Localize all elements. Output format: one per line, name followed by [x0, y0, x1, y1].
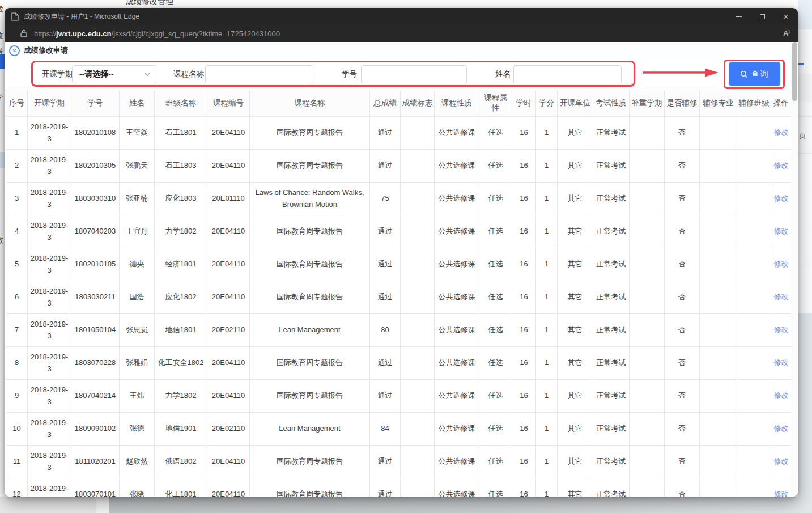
cell-course-nature: 公共选修课: [435, 380, 479, 413]
student-id-input[interactable]: [361, 65, 467, 83]
cell-student-id: 1803030211: [71, 281, 120, 314]
modify-link[interactable]: 修改: [774, 292, 789, 301]
cell-term: 2018-2019-3: [28, 347, 71, 380]
modify-link[interactable]: 修改: [774, 391, 789, 400]
name-input[interactable]: [513, 65, 622, 83]
table-row: 62018-2019-31803030211国浩应化180220E04110国际…: [6, 281, 792, 314]
cell-minor-class: [737, 150, 771, 183]
minimize-button[interactable]: [726, 8, 750, 25]
cell-score-flag: [401, 215, 435, 248]
modify-link[interactable]: 修改: [774, 424, 789, 433]
cell-score: 通过: [370, 248, 401, 281]
cell-course-id: 20E04110: [207, 215, 250, 248]
cell-minor-class: [737, 478, 771, 497]
scrollbar-track[interactable]: [791, 42, 797, 497]
cell-minor-class: [737, 183, 771, 215]
cell-class-name: 俄语1802: [155, 446, 207, 478]
cell-course-nature: 公共选修课: [435, 314, 479, 347]
cell-minor: 否: [665, 183, 700, 215]
cell-name: 张亚楠: [120, 183, 155, 215]
cell-unit: 其它: [558, 150, 593, 183]
column-header-score: 总成绩: [370, 90, 401, 117]
cell-exam-type: 正常考试: [593, 314, 630, 347]
cell-exam-type: 正常考试: [593, 478, 630, 497]
background-link-fragment: [798, 63, 804, 65]
cell-score: 通过: [370, 478, 401, 497]
cell-name: 国浩: [120, 281, 155, 314]
cell-student-id: 1803030310: [71, 183, 120, 215]
maximize-button[interactable]: [750, 8, 774, 25]
column-header-score-flag: 成绩标志: [401, 90, 435, 117]
column-header-minor-class: 辅修班级: [737, 90, 771, 117]
cell-student-id: 1807040214: [71, 380, 120, 413]
cell-minor-major: [700, 248, 737, 281]
results-table: 序号开课学期学号姓名班级名称课程编号课程名称总成绩成绩标志课程性质课程属性学时学…: [6, 90, 792, 497]
modify-link[interactable]: 修改: [774, 490, 789, 497]
cell-retake-term: [630, 281, 665, 314]
cell-credit: 1: [536, 281, 558, 314]
address-bar[interactable]: https://jwxt.upc.edu.cn/jsxsd/cjgl/cjxgg…: [5, 25, 798, 42]
cell-course-nature: 公共选修课: [435, 281, 479, 314]
background-divider: [798, 153, 812, 154]
cell-course-name: 国际教育周专题报告: [250, 380, 370, 413]
table-row: 52018-2019-31802010105德央经济180120E04110国际…: [6, 248, 792, 281]
cell-minor-major: [700, 183, 737, 215]
cell-term: 2018-2019-3: [28, 215, 71, 248]
read-aloud-icon[interactable]: A): [783, 29, 790, 37]
scrollbar-thumb[interactable]: [792, 42, 797, 101]
cell-student-id: 1811020201: [71, 446, 120, 478]
cell-seq: 1: [6, 117, 28, 150]
modify-link[interactable]: 修改: [774, 457, 789, 465]
cell-seq: 11: [6, 446, 28, 478]
url-text[interactable]: https://jwxt.upc.edu.cn/jsxsd/cjgl/cjxgg…: [34, 29, 777, 38]
cell-retake-term: [630, 117, 665, 150]
cell-action: 修改: [771, 413, 792, 446]
column-header-unit: 开课单位: [558, 90, 593, 117]
cell-name: 张雅娟: [120, 347, 155, 380]
cell-course-attr: 任选: [479, 150, 512, 183]
modify-link[interactable]: 修改: [774, 260, 789, 268]
column-header-course-id: 课程编号: [207, 90, 250, 117]
modify-link[interactable]: 修改: [774, 128, 789, 137]
cell-score: 75: [370, 183, 401, 215]
cell-course-attr: 任选: [479, 380, 512, 413]
close-tab-icon[interactable]: ✕: [9, 45, 20, 56]
modify-link[interactable]: 修改: [774, 358, 789, 367]
column-header-course-nature: 课程性质: [435, 90, 479, 117]
cell-student-id: 1802010305: [71, 150, 120, 183]
cell-course-attr: 任选: [479, 446, 512, 478]
modify-link[interactable]: 修改: [774, 325, 789, 334]
cell-name: 王炜: [120, 380, 155, 413]
cell-course-attr: 任选: [479, 478, 512, 497]
term-select[interactable]: --请选择--: [72, 65, 156, 83]
cell-course-attr: 任选: [479, 117, 512, 150]
cell-minor: 否: [665, 446, 700, 478]
cell-course-name: 国际教育周专题报告: [250, 248, 370, 281]
cell-minor: 否: [665, 380, 700, 413]
cell-unit: 其它: [558, 314, 593, 347]
background-divider: [798, 264, 812, 264]
cell-term: 2018-2019-3: [28, 150, 71, 183]
query-button[interactable]: 查询: [729, 62, 780, 86]
course-filter-label: 课程名称: [169, 65, 204, 83]
cell-minor-class: [737, 281, 771, 314]
close-button[interactable]: ✕: [774, 8, 798, 25]
cell-name: 王玺焱: [120, 117, 155, 150]
cell-score: 84: [370, 413, 401, 446]
cell-score-flag: [401, 117, 435, 150]
column-header-name: 姓名: [120, 90, 155, 117]
modify-link[interactable]: 修改: [774, 227, 789, 235]
cell-course-name: Laws of Chance: Random Walks, Brownian M…: [250, 183, 370, 215]
background-bottom-strip: [96, 497, 109, 513]
cell-exam-type: 正常考试: [593, 446, 630, 478]
cell-seq: 2: [6, 150, 28, 183]
cell-unit: 其它: [558, 215, 593, 248]
cell-course-attr: 任选: [479, 347, 512, 380]
modify-link[interactable]: 修改: [774, 194, 789, 202]
cell-student-id: 1809090102: [71, 413, 120, 446]
cell-class-name: 石工1803: [155, 150, 207, 183]
course-name-input[interactable]: [205, 65, 313, 83]
cell-retake-term: [630, 215, 665, 248]
modify-link[interactable]: 修改: [774, 161, 789, 169]
cell-course-id: 20E04110: [207, 446, 250, 478]
